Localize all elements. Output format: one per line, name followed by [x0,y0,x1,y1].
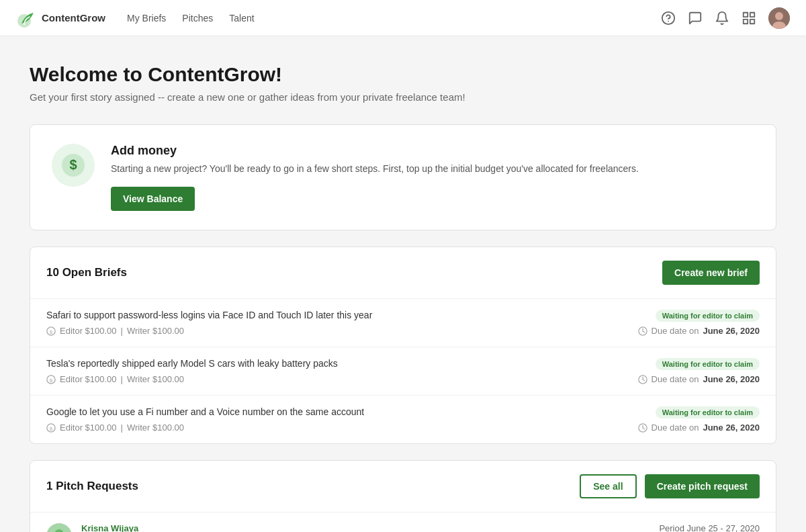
svg-rect-6 [744,19,748,23]
svg-rect-4 [750,12,754,16]
add-money-heading: Add money [111,144,639,158]
pitch-item: Krisna Wijaya California seeks to force … [30,512,776,532]
create-brief-button[interactable]: Create new brief [662,261,760,285]
notification-icon[interactable] [715,11,729,26]
briefs-title: 10 Open Briefs [46,266,127,279]
editor-pay: Editor $100.00 [60,374,117,384]
svg-rect-5 [750,19,754,23]
due-date: Due date on June 26, 2020 [638,326,760,336]
writer-pay: Writer $100.00 [127,423,184,433]
main-nav: My Briefs Pitches Talent [127,13,661,24]
clock-icon [638,423,647,433]
brief-item: Safari to support password-less logins v… [30,299,776,347]
brief-title: Safari to support password-less logins v… [46,310,645,320]
pitches-title: 1 Pitch Requests [46,480,138,493]
due-date: Due date on June 26, 2020 [638,374,760,384]
nav-pitches[interactable]: Pitches [182,13,213,24]
due-label: Due date on [652,423,699,433]
pitch-author[interactable]: Krisna Wijaya [81,523,650,532]
brief-title: Tesla's reportedly shipped early Model S… [46,358,645,369]
logo-text: ContentGrow [42,12,105,24]
brief-title: Google to let you use a Fi number and a … [46,406,645,417]
due-date-value: June 26, 2020 [703,326,760,336]
dollar-circle-icon: $ [46,326,56,336]
add-money-description: Starting a new project? You'll be ready … [111,162,639,176]
navbar: ContentGrow My Briefs Pitches Talent [0,0,806,36]
brief-meta: $ Editor $100.00 | Writer $100.00 [46,326,184,336]
add-money-card: $ Add money Starting a new project? You'… [30,124,776,230]
dollar-circle-icon: $ [46,423,56,433]
due-label: Due date on [652,374,699,384]
chat-icon[interactable] [688,11,703,26]
status-badge: Waiting for editor to claim [656,406,760,418]
brief-meta: $ Editor $100.00 | Writer $100.00 [46,423,184,433]
grid-icon[interactable] [742,11,756,26]
due-date-value: June 26, 2020 [703,374,760,384]
svg-text:$: $ [50,377,53,383]
pitch-period: Period June 25 - 27, 2020 [659,523,760,532]
svg-text:$: $ [69,157,77,172]
svg-rect-3 [744,12,748,16]
view-balance-button[interactable]: View Balance [111,187,195,211]
editor-pay: Editor $100.00 [60,423,117,433]
pitch-avatar-icon [46,523,72,532]
brief-meta: $ Editor $100.00 | Writer $100.00 [46,374,184,384]
navbar-actions [661,7,790,29]
pitch-content: Krisna Wijaya California seeks to force … [81,523,650,532]
logo-link[interactable]: ContentGrow [16,7,105,29]
due-date-value: June 26, 2020 [703,423,760,433]
editor-pay: Editor $100.00 [60,326,117,336]
svg-text:$: $ [50,425,53,431]
help-icon[interactable] [661,11,676,26]
brief-item: Tesla's reportedly shipped early Model S… [30,347,776,396]
nav-my-briefs[interactable]: My Briefs [127,13,166,24]
due-label: Due date on [652,326,699,336]
brief-item: Google to let you use a Fi number and a … [30,396,776,443]
briefs-card: 10 Open Briefs Create new brief Safari t… [30,247,776,444]
svg-point-8 [775,12,783,20]
status-badge: Waiting for editor to claim [656,310,760,322]
status-badge: Waiting for editor to claim [656,358,760,370]
add-money-content: Add money Starting a new project? You'll… [111,144,639,211]
clock-icon [638,326,647,336]
logo-icon [16,7,38,29]
pitch-actions: See all Create pitch request [580,474,760,498]
clock-icon [638,375,647,384]
main-content: Welcome to ContentGrow! Get your first s… [13,36,793,532]
welcome-title: Welcome to ContentGrow! [30,63,776,86]
pitches-header: 1 Pitch Requests See all Create pitch re… [30,461,776,512]
pitches-card: 1 Pitch Requests See all Create pitch re… [30,460,776,532]
svg-text:$: $ [50,328,53,335]
welcome-subtitle: Get your first story assigned -- create … [30,91,776,103]
writer-pay: Writer $100.00 [127,374,184,384]
due-date: Due date on June 26, 2020 [638,423,760,433]
writer-pay: Writer $100.00 [127,326,184,336]
dollar-circle-icon: $ [46,375,56,384]
money-icon-wrap: $ [52,144,95,187]
create-pitch-button[interactable]: Create pitch request [645,474,760,498]
see-all-button[interactable]: See all [580,474,636,498]
nav-talent[interactable]: Talent [229,13,254,24]
pitch-avatar [46,523,72,532]
briefs-header: 10 Open Briefs Create new brief [30,247,776,299]
user-avatar[interactable] [768,7,790,29]
dollar-icon: $ [62,154,85,177]
